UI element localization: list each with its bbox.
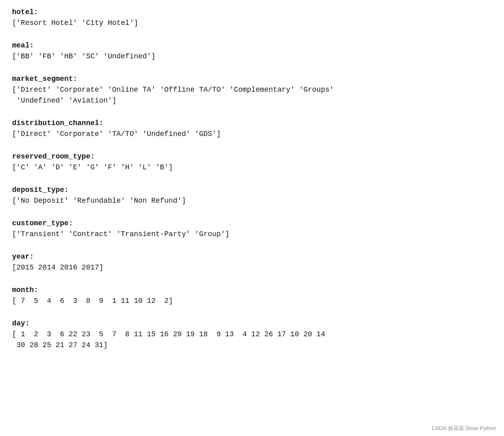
label-customer_type: customer_type: [12,219,492,227]
data-block-market_segment: market_segment:['Direct' 'Corporate' 'On… [12,75,492,106]
value-distribution_channel: ['Direct' 'Corporate' 'TA/TO' 'Undefined… [12,129,492,140]
content-area: hotel:['Resort Hotel' 'City Hotel']meal:… [12,8,492,351]
label-deposit_type: deposit_type: [12,186,492,194]
data-block-hotel: hotel:['Resort Hotel' 'City Hotel'] [12,8,492,29]
value-market_segment: ['Direct' 'Corporate' 'Online TA' 'Offli… [12,84,492,106]
value-month: [ 7 5 4 6 3 8 9 1 11 10 12 2] [12,296,492,306]
label-reserved_room_type: reserved_room_type: [12,152,492,160]
value-hotel: ['Resort Hotel' 'City Hotel'] [12,18,492,29]
label-year: year: [12,253,492,261]
data-block-day: day:[ 1 2 3 6 22 23 5 7 8 11 15 16 29 19… [12,319,492,351]
value-year: [2015 2014 2016 2017] [12,262,492,273]
data-block-distribution_channel: distribution_channel:['Direct' 'Corporat… [12,119,492,140]
value-deposit_type: ['No Deposit' 'Refundable' 'Non Refund'] [12,195,492,206]
value-day: [ 1 2 3 6 22 23 5 7 8 11 15 16 29 19 18 … [12,329,492,351]
data-block-customer_type: customer_type:['Transient' 'Contract' 'T… [12,219,492,240]
label-distribution_channel: distribution_channel: [12,119,492,127]
data-block-meal: meal:['BB' 'FB' 'HB' 'SC' 'Undefined'] [12,41,492,62]
footer: CSDN @花花 Show Python [432,425,496,432]
value-reserved_room_type: ['C' 'A' 'D' 'E' 'G' 'F' 'H' 'L' 'B'] [12,162,492,173]
label-day: day: [12,319,492,327]
label-month: month: [12,286,492,294]
label-meal: meal: [12,41,492,49]
footer-text: CSDN @花花 Show Python [432,425,496,431]
data-block-month: month:[ 7 5 4 6 3 8 9 1 11 10 12 2] [12,286,492,306]
data-block-year: year:[2015 2014 2016 2017] [12,253,492,273]
label-hotel: hotel: [12,8,492,16]
data-block-reserved_room_type: reserved_room_type:['C' 'A' 'D' 'E' 'G' … [12,152,492,173]
label-market_segment: market_segment: [12,75,492,83]
data-block-deposit_type: deposit_type:['No Deposit' 'Refundable' … [12,186,492,206]
value-customer_type: ['Transient' 'Contract' 'Transient-Party… [12,229,492,240]
value-meal: ['BB' 'FB' 'HB' 'SC' 'Undefined'] [12,51,492,62]
